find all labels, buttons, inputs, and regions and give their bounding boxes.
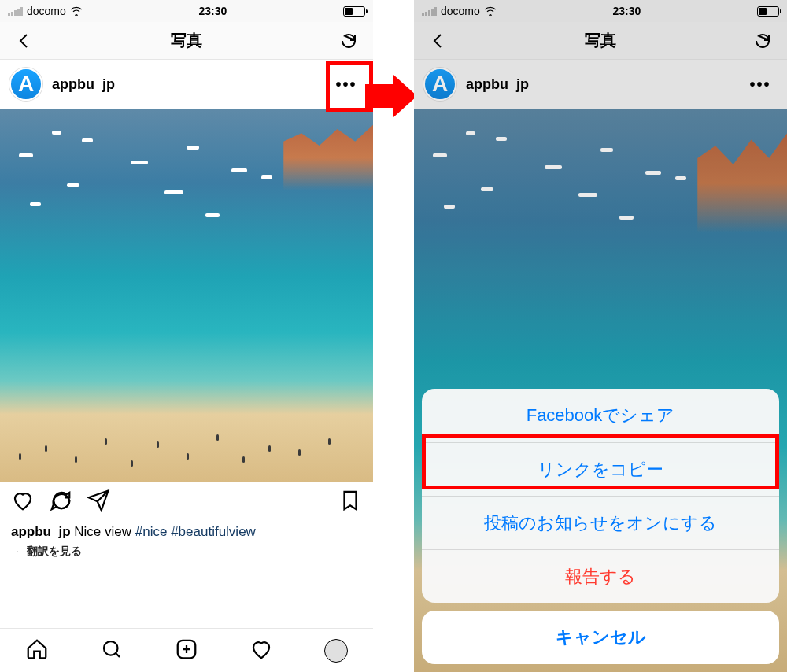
- refresh-button[interactable]: [749, 28, 776, 54]
- post-caption: appbu_jp Nice view #nice #beautifulview: [0, 522, 373, 545]
- nav-header: 写真: [0, 22, 373, 60]
- avatar[interactable]: A: [423, 68, 456, 101]
- carrier-label: docomo: [27, 5, 66, 17]
- more-options-button[interactable]: •••: [329, 67, 364, 102]
- carrier-label: docomo: [441, 5, 480, 17]
- profile-tab-icon[interactable]: [324, 639, 348, 663]
- post-header: A appbu_jp •••: [414, 60, 787, 109]
- new-post-tab-icon[interactable]: [175, 637, 198, 664]
- arrow-icon: [365, 75, 420, 117]
- wifi-icon: [484, 6, 497, 16]
- refresh-button[interactable]: [335, 28, 362, 54]
- status-bar: docomo 23:30: [414, 0, 787, 22]
- search-tab-icon[interactable]: [100, 637, 124, 664]
- wifi-icon: [70, 6, 83, 16]
- post-username[interactable]: appbu_jp: [466, 76, 529, 93]
- sheet-report[interactable]: 報告する: [422, 549, 779, 603]
- comment-icon[interactable]: [49, 489, 72, 515]
- bookmark-icon[interactable]: [338, 489, 362, 515]
- share-icon[interactable]: [87, 489, 110, 515]
- signal-icon: [422, 7, 437, 16]
- sheet-cancel[interactable]: キャンセル: [422, 611, 779, 664]
- like-icon[interactable]: [11, 489, 35, 515]
- post-header: A appbu_jp •••: [0, 60, 373, 109]
- activity-tab-icon[interactable]: [249, 637, 273, 664]
- sheet-notifications-on[interactable]: 投稿のお知らせをオンにする: [422, 496, 779, 549]
- back-button[interactable]: [11, 28, 38, 54]
- page-title: 写真: [585, 30, 616, 51]
- left-screenshot: docomo 23:30 写真 A appbu_jp •••: [0, 0, 373, 672]
- sheet-copy-link[interactable]: リンクをコピー: [422, 442, 779, 496]
- sheet-share-facebook[interactable]: Facebookでシェア: [422, 389, 779, 442]
- post-actions: [0, 482, 373, 522]
- caption-text: Nice view: [74, 524, 131, 539]
- battery-icon: [757, 6, 779, 17]
- nav-header: 写真: [414, 22, 787, 60]
- translate-button[interactable]: 翻訳を見る: [27, 545, 82, 557]
- status-bar: docomo 23:30: [0, 0, 373, 22]
- avatar[interactable]: A: [9, 68, 42, 101]
- action-sheet: Facebookでシェア リンクをコピー 投稿のお知らせをオンにする 報告する …: [422, 389, 779, 664]
- signal-icon: [8, 7, 23, 16]
- caption-hashtags[interactable]: #nice #beautifulview: [135, 524, 256, 539]
- clock: 23:30: [613, 5, 641, 17]
- post-username[interactable]: appbu_jp: [52, 76, 115, 93]
- post-meta: · 翻訳を見る: [0, 545, 373, 567]
- page-title: 写真: [171, 30, 202, 51]
- caption-username[interactable]: appbu_jp: [11, 524, 71, 539]
- svg-point-0: [104, 641, 118, 655]
- more-options-button[interactable]: •••: [743, 67, 778, 102]
- battery-icon: [343, 6, 365, 17]
- tab-bar: [0, 628, 373, 672]
- post-photo[interactable]: [0, 109, 373, 482]
- clock: 23:30: [199, 5, 227, 17]
- back-button[interactable]: [425, 28, 452, 54]
- home-tab-icon[interactable]: [25, 637, 49, 664]
- right-screenshot: docomo 23:30 写真 A appbu_jp •••: [414, 0, 787, 672]
